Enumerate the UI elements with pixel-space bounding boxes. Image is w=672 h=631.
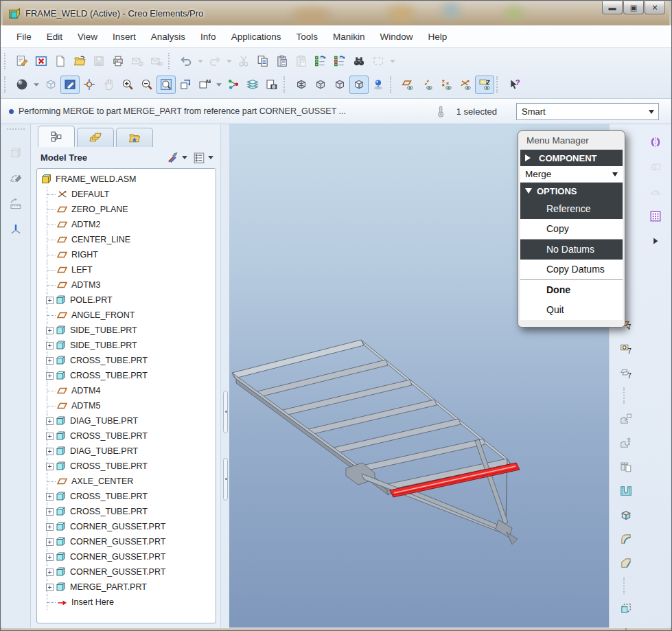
tree-item-cross-tube-prt[interactable]: +CROSS_TUBE.PRT [41, 459, 216, 474]
paste-button[interactable] [273, 52, 292, 71]
wireframe-button[interactable] [292, 76, 311, 94]
tree-item-cross-tube-prt[interactable]: +CROSS_TUBE.PRT [41, 368, 216, 383]
expand-icon[interactable]: + [46, 417, 54, 425]
copy-button[interactable] [253, 52, 273, 71]
saved-view-button[interactable] [369, 76, 388, 94]
expand-icon[interactable]: + [46, 448, 54, 455]
annotation-display-button[interactable] [475, 76, 494, 94]
menu-tools[interactable]: Tools [288, 29, 325, 45]
tree-item-adtm2[interactable]: ADTM2 [41, 217, 216, 232]
panel-splitter[interactable] [220, 124, 229, 628]
regenerate-manager-button[interactable] [330, 52, 349, 71]
menu-edit[interactable]: Edit [39, 29, 70, 45]
spin-center-button[interactable] [80, 76, 99, 94]
menu-file[interactable]: File [9, 29, 39, 45]
menu-manikin[interactable]: Manikin [325, 29, 373, 45]
named-views-button[interactable]: AB [195, 76, 214, 94]
view-datum-button[interactable]: 7 [616, 339, 636, 358]
hidden-line-button[interactable] [311, 76, 330, 94]
tree-item-insert-here[interactable]: Insert Here [41, 595, 216, 610]
refit-button[interactable] [157, 76, 176, 94]
package-button[interactable] [616, 457, 636, 476]
expand-icon[interactable]: + [46, 538, 54, 546]
tree-item-diag-tube-prt[interactable]: +DIAG_TUBE.PRT [41, 413, 216, 428]
mm-option-no-datums[interactable]: No Datums [520, 240, 623, 260]
layers-button[interactable] [243, 76, 262, 94]
sash-handle[interactable] [223, 458, 228, 501]
expand-icon[interactable]: + [46, 357, 54, 365]
tree-settings-button[interactable] [167, 152, 187, 164]
tree-item-angle-front[interactable]: ANGLE_FRONT [41, 308, 216, 323]
regenerate-button[interactable] [311, 52, 330, 71]
tree-item-side-tube-prt[interactable]: +SIDE_TUBE.PRT [41, 323, 216, 338]
new-object-button[interactable] [51, 52, 70, 71]
minimize-button[interactable]: ▬ [602, 1, 623, 14]
mm-option-reference[interactable]: Reference [520, 199, 623, 219]
menu-applications[interactable]: Applications [224, 29, 289, 45]
assemble-button[interactable] [616, 409, 636, 428]
options-menu-header[interactable]: OPTIONS [520, 183, 623, 199]
capture-image-button[interactable] [262, 76, 281, 94]
revolve-button[interactable] [616, 623, 636, 631]
print-button[interactable] [108, 52, 128, 71]
pattern-button[interactable] [646, 207, 665, 225]
mirror-component-button[interactable] [646, 133, 665, 151]
view-manager-button[interactable] [41, 76, 60, 94]
close-button[interactable]: ✕ [645, 1, 665, 14]
expand-icon[interactable]: + [46, 523, 54, 531]
tree-item-right[interactable]: RIGHT [41, 247, 216, 262]
mm-option-quit[interactable]: Quit [520, 300, 623, 320]
chamfer-button[interactable] [616, 553, 636, 572]
tree-display-options-button[interactable] [193, 152, 213, 164]
menu-analysis[interactable]: Analysis [143, 29, 193, 45]
tree-item-corner-gusset-prt[interactable]: +CORNER_GUSSET.PRT [41, 549, 216, 564]
context-help-button[interactable]: ? [505, 76, 524, 94]
sash-handle[interactable] [223, 391, 228, 433]
tree-item-center-line[interactable]: CENTER_LINE [41, 232, 216, 247]
tree-item-cross-tube-prt[interactable]: +CROSS_TUBE.PRT [41, 504, 216, 519]
point-display-button[interactable] [437, 76, 456, 94]
round-button[interactable] [616, 529, 636, 548]
tree-item-adtm3[interactable]: ADTM3 [41, 277, 216, 292]
tree-item-left[interactable]: LEFT [41, 262, 216, 277]
expand-icon[interactable]: + [46, 569, 54, 576]
reorient-button[interactable] [176, 76, 195, 94]
flyout-button[interactable] [651, 231, 660, 250]
explode-components-button[interactable] [224, 76, 243, 94]
mm-option-copy-datums[interactable]: Copy Datums [520, 260, 623, 279]
shaded-button[interactable] [349, 76, 369, 94]
filter-select[interactable]: Smart [516, 103, 659, 120]
expand-icon[interactable]: + [46, 584, 54, 591]
restore-button[interactable]: ▣ [623, 1, 644, 14]
component-menu-header[interactable]: COMPONENT [520, 150, 623, 166]
expand-icon[interactable]: + [46, 342, 54, 349]
toolbar-grip[interactable] [7, 128, 25, 133]
expand-icon[interactable]: + [46, 433, 54, 440]
tab-favorites[interactable] [116, 128, 153, 147]
window-close-button[interactable] [32, 52, 51, 71]
tab-model-tree[interactable] [38, 126, 75, 147]
menu-window[interactable]: Window [372, 29, 420, 45]
no-hidden-button[interactable] [330, 76, 349, 94]
model-edit-button[interactable] [12, 52, 32, 71]
tree-item-cross-tube-prt[interactable]: +CROSS_TUBE.PRT [41, 428, 216, 444]
tree-item-adtm4[interactable]: ADTM4 [41, 383, 216, 398]
tree-item-diag-tube-prt[interactable]: +DIAG_TUBE.PRT [41, 444, 216, 459]
slot-button[interactable] [616, 481, 636, 500]
tree-item-frame-weld-asm[interactable]: FRAME_WELD.ASM [41, 172, 216, 187]
tree-item-corner-gusset-prt[interactable]: +CORNER_GUSSET.PRT [41, 564, 216, 580]
tree-item-pole-prt[interactable]: +POLE.PRT [41, 292, 216, 308]
expand-icon[interactable]: + [46, 327, 54, 334]
shade-style-button[interactable] [12, 76, 32, 94]
expand-icon[interactable]: + [46, 372, 54, 380]
redraw-button[interactable] [60, 76, 80, 94]
menu-insert[interactable]: Insert [105, 29, 143, 45]
menu-view[interactable]: View [70, 29, 105, 45]
named-views-list-button[interactable] [214, 76, 224, 94]
coordinate-system-button[interactable] [6, 220, 25, 238]
tree-item-cross-tube-prt[interactable]: +CROSS_TUBE.PRT [41, 353, 216, 368]
expand-icon[interactable]: + [46, 553, 54, 561]
plane-display-button[interactable] [398, 76, 417, 94]
open-object-button[interactable] [70, 52, 89, 71]
copy-datum-button[interactable]: 7 [616, 363, 636, 382]
